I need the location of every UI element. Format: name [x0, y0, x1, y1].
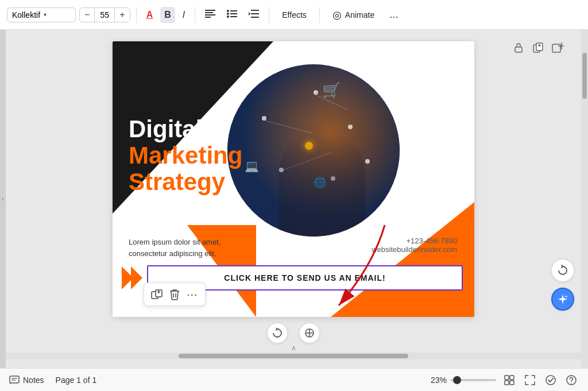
zoom-percent: 23%: [431, 375, 447, 385]
canvas-area: 🛒 💻 🌐 Digital Marketing Str: [6, 30, 581, 368]
svg-rect-34: [505, 375, 509, 380]
help-button[interactable]: [564, 373, 579, 388]
bullet-list-icon: [227, 10, 237, 20]
svg-rect-5: [230, 10, 237, 11]
expand-button[interactable]: [523, 373, 537, 388]
card-copy-button[interactable]: [151, 289, 163, 300]
svg-rect-37: [510, 381, 514, 385]
check-button[interactable]: [543, 373, 558, 388]
main-area: ‹: [0, 30, 588, 368]
main-toolbar: Kollektif ▾ − 55 + A B I Effects: [0, 0, 588, 30]
bold-icon: B: [164, 10, 171, 20]
contact-info: +123-456-7890 websitebuilderinsider.com: [372, 237, 457, 254]
tech-nodes: 🛒 💻 🌐: [227, 64, 400, 237]
line-spacing-icon: [249, 10, 259, 20]
right-scrollbar[interactable]: [581, 30, 588, 368]
effects-button[interactable]: Effects: [275, 7, 314, 22]
svg-rect-9: [230, 16, 237, 17]
grid-view-button[interactable]: [502, 373, 517, 388]
tech-photo-circle: 🛒 💻 🌐: [227, 64, 400, 237]
h-scrollbar-thumb: [179, 354, 409, 358]
animate-button[interactable]: ◎ Animate: [326, 6, 381, 24]
divider-4: [319, 7, 320, 23]
svg-rect-31: [10, 376, 19, 383]
divider-2: [195, 7, 195, 23]
card-text-area: Digital Marketing Strategy: [129, 116, 242, 196]
text-color-button[interactable]: A: [142, 7, 157, 23]
card-title-line2: Marketing: [129, 142, 242, 169]
animate-icon: ◎: [332, 9, 342, 21]
card-title-line1: Digital: [129, 116, 242, 142]
card-bottom-icons: [267, 323, 320, 343]
notes-button[interactable]: Notes: [9, 375, 44, 385]
font-size-control: − 55 +: [79, 7, 130, 22]
svg-rect-18: [552, 44, 560, 52]
card-delete-button[interactable]: [169, 289, 180, 300]
svg-point-4: [227, 10, 229, 12]
more-options-button[interactable]: ...: [385, 6, 403, 24]
animate-label: Animate: [345, 10, 374, 20]
left-collapse-tab[interactable]: ‹: [0, 30, 6, 368]
canvas-float-icons: [512, 41, 564, 57]
svg-rect-11: [251, 13, 259, 14]
svg-rect-35: [510, 375, 514, 380]
rotate-button[interactable]: [267, 323, 288, 343]
cta-chevron-2: [131, 266, 142, 289]
svg-rect-2: [205, 14, 215, 16]
cta-email-text: CLICK HERE TO SEND US AN EMAIL!: [224, 273, 385, 282]
copy-canvas-button[interactable]: [532, 41, 544, 57]
svg-point-6: [227, 13, 229, 15]
left-arrow-icon: ‹: [2, 196, 3, 202]
svg-rect-36: [505, 381, 509, 385]
svg-point-40: [571, 382, 572, 384]
photo-inner: 🛒 💻 🌐: [227, 64, 400, 237]
svg-rect-0: [205, 10, 215, 11]
sparkle-button[interactable]: [551, 288, 574, 311]
card-more-button[interactable]: ···: [187, 288, 198, 301]
card-body-text: Lorem ipsum dolor sit amet, consectetur …: [129, 237, 232, 259]
text-align-button[interactable]: [201, 7, 219, 23]
contact-website: websitebuilderinsider.com: [372, 245, 457, 254]
bold-button[interactable]: B: [160, 7, 175, 23]
add-canvas-button[interactable]: [551, 41, 564, 57]
line-spacing-button[interactable]: [245, 7, 263, 23]
bullet-list-button[interactable]: [223, 7, 241, 23]
page-info: Page 1 of 1: [56, 375, 97, 385]
svg-rect-10: [251, 10, 259, 11]
canvas-collapse-arrow[interactable]: ∧: [291, 343, 296, 353]
font-family-name: Kollektif: [12, 10, 40, 20]
svg-rect-13: [515, 47, 522, 52]
chevron-down-icon: ▾: [44, 11, 47, 18]
contact-phone: +123-456-7890: [372, 237, 457, 245]
svg-point-8: [227, 16, 229, 18]
card-title-line3: Strategy: [129, 169, 242, 195]
divider-3: [269, 7, 269, 23]
text-align-icon: [205, 10, 215, 20]
design-card[interactable]: 🛒 💻 🌐 Digital Marketing Str: [113, 41, 474, 317]
cta-chevrons: [124, 266, 142, 289]
svg-rect-7: [230, 13, 237, 14]
refresh-button[interactable]: [551, 259, 574, 282]
move-button[interactable]: [299, 323, 320, 343]
card-floating-toolbar: ···: [144, 282, 206, 306]
status-bar: Notes Page 1 of 1 23%: [0, 368, 588, 391]
font-size-value: 55: [94, 8, 115, 22]
svg-rect-3: [205, 17, 211, 18]
horizontal-scrollbar[interactable]: [6, 353, 581, 359]
font-size-decrease-button[interactable]: −: [80, 8, 94, 22]
font-size-increase-button[interactable]: +: [115, 8, 129, 22]
card-background: 🛒 💻 🌐 Digital Marketing Str: [113, 41, 474, 317]
font-family-selector[interactable]: Kollektif ▾: [7, 7, 76, 22]
divider-1: [136, 7, 137, 23]
right-float-icons: [551, 259, 574, 311]
svg-rect-12: [251, 17, 259, 18]
svg-rect-1: [205, 12, 213, 13]
svg-point-38: [546, 375, 555, 385]
scrollbar-thumb: [582, 53, 587, 99]
notes-label: Notes: [23, 375, 44, 385]
text-color-icon: A: [146, 10, 153, 20]
zoom-slider[interactable]: [450, 379, 496, 381]
notes-icon: [9, 375, 20, 385]
lock-icon-button[interactable]: [512, 41, 525, 57]
italic-button[interactable]: I: [179, 7, 189, 23]
